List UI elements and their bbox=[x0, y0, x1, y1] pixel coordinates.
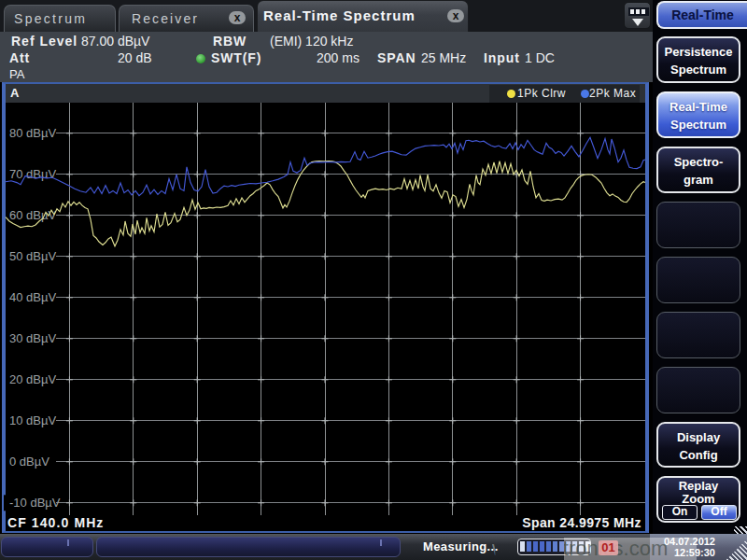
svg-text:30 dBµV: 30 dBµV bbox=[9, 331, 56, 345]
svg-text:10 dBµV: 10 dBµV bbox=[9, 413, 56, 427]
svg-text:0 dBµV: 0 dBµV bbox=[9, 455, 49, 469]
svg-text:80 dBµV: 80 dBµV bbox=[9, 126, 56, 140]
svg-text:50 dBµV: 50 dBµV bbox=[9, 249, 56, 263]
svg-text:40 dBµV: 40 dBµV bbox=[9, 290, 56, 304]
svg-text:20 dBµV: 20 dBµV bbox=[9, 372, 56, 386]
svg-text:70 dBµV: 70 dBµV bbox=[9, 167, 56, 181]
svg-text:-10 dBµV: -10 dBµV bbox=[9, 496, 61, 510]
